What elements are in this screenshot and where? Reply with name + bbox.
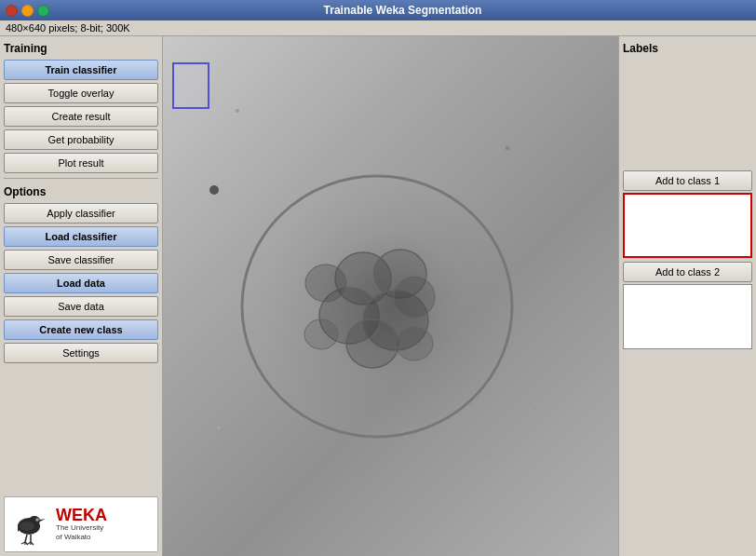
right-panel-bottom-space — [623, 353, 752, 552]
image-canvas-area[interactable] — [163, 36, 618, 556]
training-section-header: Training — [4, 40, 158, 57]
create-result-button[interactable]: Create result — [4, 106, 158, 127]
weka-title-text: WEKA — [56, 507, 107, 523]
load-data-button[interactable]: Load data — [4, 273, 158, 293]
svg-point-20 — [346, 319, 398, 368]
svg-point-25 — [396, 327, 433, 360]
svg-point-4 — [36, 519, 38, 521]
weka-bird-icon — [8, 504, 50, 546]
svg-point-24 — [304, 319, 338, 349]
class1-section: Add to class 1 — [623, 170, 752, 258]
close-button[interactable] — [6, 5, 18, 17]
image-info-bar: 480×640 pixels; 8-bit; 300K — [0, 20, 756, 36]
svg-point-29 — [218, 427, 221, 429]
plot-result-button[interactable]: Plot result — [4, 153, 158, 173]
svg-point-22 — [394, 277, 435, 318]
selection-rectangle[interactable] — [172, 62, 209, 109]
labels-header: Labels — [623, 40, 752, 59]
image-info-text: 480×640 pixels; 8-bit; 300K — [6, 22, 130, 34]
weka-subtitle-line1: The University — [56, 523, 107, 533]
apply-classifier-button[interactable]: Apply classifier — [4, 203, 158, 224]
class2-canvas[interactable] — [623, 284, 752, 349]
get-probability-button[interactable]: Get probability — [4, 129, 158, 150]
create-new-class-button[interactable]: Create new class — [4, 319, 158, 340]
train-classifier-button[interactable]: Train classifier — [4, 60, 158, 80]
weka-subtitle-line2: of Waikato — [56, 533, 107, 542]
minimize-button[interactable] — [21, 5, 34, 17]
window-controls — [6, 5, 49, 17]
svg-point-14 — [20, 522, 34, 531]
load-classifier-button[interactable]: Load classifier — [4, 226, 158, 247]
left-panel: Training Train classifier Toggle overlay… — [0, 36, 163, 556]
cell-svg-overlay — [163, 36, 618, 556]
toggle-overlay-button[interactable]: Toggle overlay — [4, 83, 158, 103]
svg-point-30 — [487, 454, 491, 457]
main-container: 480×640 pixels; 8-bit; 300K Training Tra… — [0, 20, 756, 556]
save-classifier-button[interactable]: Save classifier — [4, 250, 158, 270]
svg-point-27 — [506, 146, 510, 151]
right-panel: Labels Add to class 1 Add to class 2 — [618, 36, 756, 556]
options-section-header: Options — [4, 183, 158, 200]
save-data-button[interactable]: Save data — [4, 296, 158, 317]
svg-point-21 — [305, 264, 346, 302]
maximize-button[interactable] — [37, 5, 49, 17]
titlebar: Trainable Weka Segmentation — [0, 0, 756, 20]
svg-point-23 — [209, 185, 219, 195]
add-to-class1-button[interactable]: Add to class 1 — [623, 170, 752, 191]
class1-canvas[interactable] — [623, 193, 752, 258]
weka-text: WEKA The University of Waikato — [56, 507, 107, 543]
svg-point-26 — [236, 109, 239, 113]
section-divider — [4, 178, 158, 179]
class2-section: Add to class 2 — [623, 262, 752, 349]
weka-logo-area: WEKA The University of Waikato — [4, 496, 158, 552]
svg-line-5 — [25, 535, 27, 542]
svg-point-28 — [533, 407, 537, 411]
class1-label-area — [623, 59, 752, 170]
window-title: Trainable Weka Segmentation — [55, 4, 750, 17]
settings-button[interactable]: Settings — [4, 343, 158, 363]
svg-marker-2 — [40, 519, 46, 522]
add-to-class2-button[interactable]: Add to class 2 — [623, 262, 752, 282]
content-area: Training Train classifier Toggle overlay… — [0, 36, 756, 556]
